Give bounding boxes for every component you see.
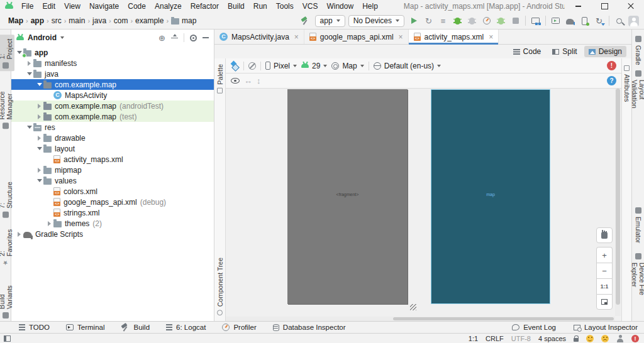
chevron-right-icon[interactable] [35,168,43,173]
status-utf-8[interactable]: UTF-8 [511,335,531,342]
blueprint-preview[interactable]: map [431,89,550,304]
tool-window-toggle-icon[interactable] [4,335,11,342]
tree-item-com.example.map[interactable]: com.example.map(androidTest) [11,101,214,111]
profile-button[interactable] [480,14,493,27]
tree-item-mipmap[interactable]: mipmap [11,165,214,175]
device-select[interactable]: No Devices [348,15,404,27]
locale-selector[interactable]: Default (en-us) [374,62,441,70]
chevron-right-icon[interactable] [15,232,23,237]
project-view-selector[interactable]: Android [28,33,57,42]
hide-panel-icon[interactable] [203,37,209,38]
tree-item-layout[interactable]: layout [11,143,214,154]
menu-help[interactable]: Help [358,1,382,11]
toolwindow-terminal[interactable]: Terminal [66,324,104,331]
device-manager-button[interactable] [529,14,542,27]
tree-item-com.example.map[interactable]: com.example.map [11,79,214,90]
chevron-down-icon[interactable] [35,83,43,86]
toolwindow-6-logcat[interactable]: 6: Logcat [166,324,206,331]
editor-tab-activity_maps.xml[interactable]: activity_maps.xml× [409,30,499,44]
chevron-right-icon[interactable] [45,221,53,226]
mode-code-button[interactable]: Code [509,46,546,57]
sidebar-tab-7-structure[interactable]: 7: Structure [0,178,14,220]
menu-code[interactable]: Code [123,1,150,11]
mode-split-button[interactable]: Split [548,46,581,57]
toolwindow-database-inspector[interactable]: Database Inspector [273,324,346,331]
tree-item-google_maps_api.xml[interactable]: google_maps_api.xml(debug) [11,197,214,207]
tree-item-drawable[interactable]: drawable [11,133,214,143]
locate-file-icon[interactable]: ⊕ [158,34,165,42]
toolwindow-layout-inspector[interactable]: Layout Inspector [574,324,638,331]
component-tree-tab[interactable]: Component Tree [216,256,225,317]
chevron-down-icon[interactable] [25,126,33,129]
tree-item-colors.xml[interactable]: colors.xml [11,186,214,197]
build-hammer-button[interactable] [299,14,312,27]
attach-debugger-button[interactable] [465,14,479,27]
maximize-icon[interactable] [591,0,618,13]
menu-run[interactable]: Run [249,1,272,11]
resize-handle[interactable] [410,304,416,310]
sidebar-tab-device-file-explorer[interactable]: Device File Explorer [630,251,644,321]
sdk-manager-button[interactable] [578,14,591,27]
menu-tools[interactable]: Tools [272,1,298,11]
menu-view[interactable]: View [60,1,85,11]
chevron-down-icon[interactable] [35,147,43,150]
breadcrumb-map[interactable]: map [169,15,198,26]
zoom-in-button[interactable]: + [596,247,613,263]
design-surface-selector-icon[interactable] [231,62,239,70]
search-everywhere-button[interactable] [613,14,626,27]
breadcrumb-main[interactable]: main [67,15,87,26]
run-button[interactable] [408,14,421,27]
tree-item-com.example.map[interactable]: com.example.map(test) [11,111,214,122]
tree-item-MapsActivity[interactable]: MapsActivity [11,90,214,101]
menu-refactor[interactable]: Refactor [186,1,223,11]
close-tab-icon[interactable]: × [399,33,403,41]
editor-tab-MapsActivity.java[interactable]: MapsActivity.java× [214,30,304,44]
orientation-icon[interactable] [248,62,256,70]
apply-changes-button[interactable]: ≡ [436,14,450,27]
breadcrumb-src[interactable]: src [50,15,64,26]
menu-navigate[interactable]: Navigate [85,1,123,11]
design-preview[interactable]: <fragment> [287,89,408,304]
run-configuration-select[interactable]: app [315,15,345,27]
menu-edit[interactable]: Edit [38,1,60,11]
theme-selector[interactable]: Map [331,62,364,70]
sad-feedback-icon[interactable] [601,335,609,342]
design-canvas[interactable]: <fragment> map + − 1:1 [226,89,621,321]
horizontal-arrows-icon[interactable]: ↔ [244,76,252,85]
breadcrumb-app[interactable]: app [29,15,46,26]
tree-item-activity_maps.xml[interactable]: activity_maps.xml [11,154,214,165]
sidebar-tab-emulator[interactable]: Emulator [633,205,643,246]
close-icon[interactable] [618,0,644,13]
chevron-down-icon[interactable] [60,36,64,39]
toolwindow-profiler[interactable]: Profiler [222,324,256,331]
sidebar-tab-1-project[interactable]: 1: Project [0,35,14,71]
mode-design-button[interactable]: Design [584,46,626,57]
menu-analyze[interactable]: Analyze [150,1,186,11]
breadcrumb-Map[interactable]: Map [6,15,25,26]
collapse-all-icon[interactable] [171,34,178,41]
chevron-down-icon[interactable] [25,72,33,75]
api-selector[interactable]: 29 [301,62,327,70]
privacy-icon[interactable] [616,335,624,342]
sidebar-tab-layout-validation[interactable]: Layout Validation [630,68,644,129]
updates-button[interactable]: ↻ [592,14,606,27]
tree-item-java[interactable]: java [11,68,214,79]
palette-tab[interactable]: Palette [216,62,225,95]
stop-button[interactable] [509,14,522,27]
tree-item-Gradle Scripts[interactable]: Gradle Scripts [11,229,214,239]
apply-code-changes-button[interactable] [494,14,508,27]
device-selector[interactable]: Pixel [265,62,297,70]
zoom-ratio-button[interactable]: 1:1 [596,278,613,294]
status-4-spaces[interactable]: 4 spaces [538,335,566,342]
editor-tab-google_maps_api.xml[interactable]: google_maps_api.xml× [304,30,409,44]
write-lock-icon[interactable] [574,338,579,342]
tree-item-res[interactable]: res [11,122,214,133]
emulator-button[interactable] [549,14,562,27]
sidebar-tab-gradle[interactable]: Gradle [633,33,643,68]
menu-build[interactable]: Build [223,1,249,11]
sidebar-tab-build-variants[interactable]: Build Variants [0,274,14,321]
error-notification-icon[interactable]: ! [631,335,639,342]
tree-item-themes[interactable]: themes(2) [11,218,214,229]
close-tab-icon[interactable]: × [489,33,493,41]
sidebar-tab-resource-manager[interactable]: Resource Manager [0,71,14,131]
